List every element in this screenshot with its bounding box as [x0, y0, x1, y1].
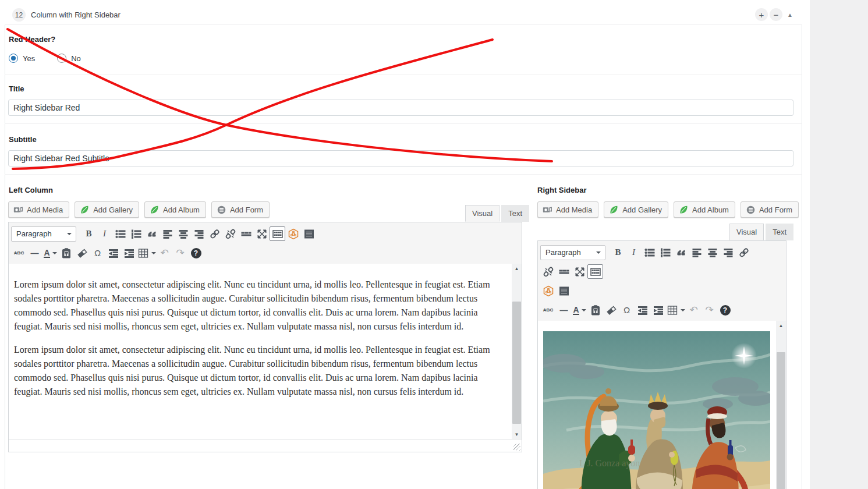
align-center-button[interactable] [175, 226, 191, 241]
left-editor-scrollbar[interactable]: ▲ ▼ [512, 264, 522, 439]
add-album-button[interactable]: Add Album [144, 201, 206, 218]
left-editor-content[interactable]: Lorem ipsum dolor sit amet, consectetur … [9, 264, 522, 439]
section-divider [5, 75, 802, 75]
add-form-button[interactable]: Add Form [741, 201, 799, 218]
remove-row-button[interactable]: − [770, 8, 782, 21]
fullscreen-button[interactable] [572, 264, 587, 279]
redo-button[interactable]: ↷ [702, 303, 717, 317]
text-color-button[interactable]: A [42, 246, 58, 260]
paste-as-text-button[interactable] [58, 246, 74, 260]
subtitle-label: Subtitle [9, 135, 37, 144]
hexagon-plugin-button[interactable] [285, 226, 301, 241]
link-button[interactable] [207, 226, 222, 241]
outdent-button[interactable] [635, 303, 650, 317]
table-button[interactable] [137, 246, 157, 260]
clear-formatting-button[interactable] [74, 246, 90, 260]
align-right-button[interactable] [191, 226, 207, 241]
horizontal-rule-button[interactable]: — [27, 246, 42, 260]
special-character-button[interactable]: Ω [619, 303, 635, 317]
italic-button[interactable]: I [97, 226, 112, 241]
add-gallery-button[interactable]: Add Gallery [604, 201, 668, 218]
italic-button[interactable]: I [626, 245, 642, 260]
indent-button[interactable] [650, 303, 666, 317]
paragraph[interactable]: Lorem ipsum dolor sit amet, consectetur … [14, 278, 504, 334]
horizontal-rule-button[interactable]: — [556, 303, 572, 317]
paragraph-select[interactable]: Paragraph [540, 245, 605, 260]
tab-visual[interactable]: Visual [729, 224, 764, 240]
toolbar-toggle-button[interactable] [587, 264, 603, 279]
read-more-button[interactable] [556, 264, 572, 279]
media-icon [543, 205, 552, 215]
title-input[interactable] [8, 100, 793, 116]
right-editor-scrollbar[interactable]: ▲ [776, 321, 786, 489]
table-rows-button[interactable] [301, 226, 317, 241]
add-form-button[interactable]: Add Form [211, 201, 270, 218]
undo-button[interactable]: ↶ [686, 303, 702, 317]
right-editor-toolbar: Paragraph B I [538, 241, 786, 322]
fullscreen-button[interactable] [254, 226, 270, 241]
radio-yes-label[interactable]: Yes [23, 54, 35, 63]
align-left-button[interactable] [160, 226, 175, 241]
help-button[interactable]: ? [188, 246, 204, 260]
help-button[interactable]: ? [717, 303, 733, 317]
read-more-button[interactable] [238, 226, 254, 241]
redo-button[interactable]: ↷ [172, 246, 188, 260]
paragraph[interactable]: Lorem ipsum dolor sit amet, consectetur … [14, 343, 504, 399]
add-row-button[interactable]: + [755, 8, 768, 21]
chevron-down-icon [596, 251, 601, 254]
scroll-down-icon[interactable]: ▼ [512, 430, 522, 439]
scroll-up-icon[interactable]: ▲ [512, 264, 522, 273]
table-rows-button[interactable] [556, 284, 572, 298]
three-wise-men-image: L J. Gonza ayon [543, 331, 770, 489]
align-left-button[interactable] [689, 245, 704, 260]
row-header [5, 5, 802, 25]
clear-formatting-button[interactable] [603, 303, 619, 317]
text-color-button[interactable]: A [572, 303, 587, 317]
collapse-row-icon[interactable]: ▲ [784, 9, 796, 20]
table-button[interactable] [666, 303, 686, 317]
bullet-list-button[interactable] [642, 245, 657, 260]
scrollbar-thumb[interactable] [512, 302, 521, 424]
bold-button[interactable]: B [81, 226, 97, 241]
strikethrough-button[interactable]: ABC [540, 303, 556, 317]
blockquote-button[interactable] [673, 245, 689, 260]
bullet-list-button[interactable] [112, 226, 128, 241]
radio-no-label[interactable]: No [71, 54, 81, 63]
tab-text[interactable]: Text [766, 224, 793, 240]
row-title[interactable]: Column with Right Sidebar [31, 10, 121, 19]
strikethrough-button[interactable]: ABC [11, 246, 27, 260]
numbered-list-button[interactable] [657, 245, 673, 260]
paste-as-text-button[interactable] [587, 303, 603, 317]
scroll-up-icon[interactable]: ▲ [776, 321, 786, 330]
add-album-button[interactable]: Add Album [674, 201, 735, 218]
unlink-button[interactable] [540, 264, 556, 279]
blockquote-button[interactable] [144, 226, 160, 241]
paragraph-select[interactable]: Paragraph [11, 226, 76, 242]
add-gallery-button[interactable]: Add Gallery [75, 201, 139, 218]
indent-button[interactable] [121, 246, 137, 260]
scrollbar-thumb[interactable] [777, 352, 785, 489]
right-editor-content[interactable]: L J. Gonza ayon ▲ [538, 321, 786, 489]
radio-yes[interactable] [9, 54, 18, 63]
resize-grip-icon[interactable] [513, 444, 520, 451]
leaf-icon [609, 205, 619, 215]
bold-button[interactable]: B [610, 245, 626, 260]
tab-text[interactable]: Text [501, 205, 529, 222]
align-right-button[interactable] [720, 245, 736, 260]
add-media-button[interactable]: Add Media [537, 201, 598, 218]
red-header-label: Red Header? [9, 35, 55, 44]
subtitle-input[interactable] [8, 150, 793, 166]
add-media-button[interactable]: Add Media [8, 201, 69, 218]
numbered-list-button[interactable] [128, 226, 144, 241]
unlink-button[interactable] [222, 226, 238, 241]
left-editor: Paragraph B I ABC — [8, 222, 522, 452]
tab-visual[interactable]: Visual [465, 205, 499, 222]
outdent-button[interactable] [105, 246, 121, 260]
undo-button[interactable]: ↶ [157, 246, 172, 260]
hexagon-plugin-button[interactable] [540, 284, 556, 298]
link-button[interactable] [736, 245, 752, 260]
radio-no[interactable] [57, 54, 66, 63]
toolbar-toggle-button[interactable] [270, 226, 285, 241]
special-character-button[interactable]: Ω [90, 246, 105, 260]
align-center-button[interactable] [704, 245, 720, 260]
